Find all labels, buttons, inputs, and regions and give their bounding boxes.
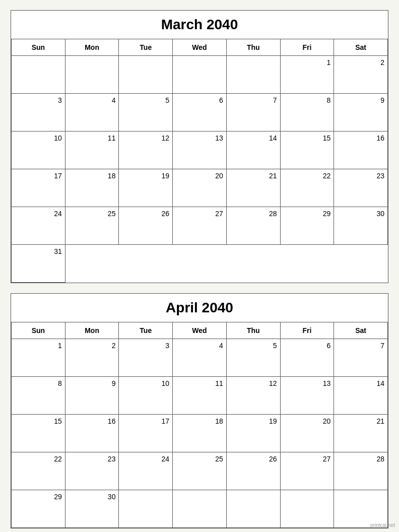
day-cell-2-2: 17: [119, 415, 173, 452]
day-cell-0-4: [227, 56, 281, 94]
day-cell-1-0: 4: [65, 94, 119, 131]
day-cell-4-2: [119, 490, 173, 528]
day-cell-3-6: 24: [12, 207, 65, 245]
day-cell-1-6: 10: [12, 131, 65, 169]
day-cell-0-7: 3: [12, 94, 65, 131]
day-cell-1-2: 10: [119, 377, 173, 415]
day-cell-3-4: 22: [281, 169, 335, 207]
day-cell-1-1: 5: [119, 94, 173, 131]
day-cell-1-6: 14: [334, 377, 388, 415]
day-cell-0-4: 5: [227, 339, 281, 377]
day-header-1: Mon: [65, 39, 119, 56]
day-cell-4-4: [227, 490, 281, 528]
day-header-2: Tue: [119, 39, 173, 56]
day-cell-2-0: 15: [12, 415, 65, 452]
day-cell-2-5: 20: [281, 415, 335, 452]
day-header-6: Sat: [334, 39, 388, 56]
day-header-0: Sun: [12, 39, 65, 56]
day-cell-4-5: [281, 490, 335, 528]
day-cell-1-5: 9: [334, 94, 388, 131]
day-cell-4-0: 29: [12, 490, 65, 528]
day-header-0: Sun: [12, 322, 65, 339]
day-cell-2-4: 19: [227, 415, 281, 452]
day-cell-3-1: 19: [119, 169, 173, 207]
day-cell-4-6: 31: [12, 245, 65, 283]
day-cell-4-3: 28: [227, 207, 281, 245]
day-header-3: Wed: [173, 322, 227, 339]
day-cell-2-1: 12: [119, 131, 173, 169]
day-cell-0-1: [65, 56, 119, 94]
day-cell-2-6: 21: [334, 415, 388, 452]
day-header-4: Thu: [227, 322, 281, 339]
watermark: printcal.net: [370, 522, 395, 528]
day-header-3: Wed: [173, 39, 227, 56]
day-cell-1-4: 8: [281, 94, 335, 131]
day-cell-0-2: 3: [119, 339, 173, 377]
day-cell-4-0: 25: [65, 207, 119, 245]
day-cell-2-1: 16: [65, 415, 119, 452]
day-cell-1-2: 6: [173, 94, 227, 131]
calendar-1: April 2040SunMonTueWedThuFriSat123456789…: [11, 293, 388, 528]
day-cell-4-5: 30: [334, 207, 388, 245]
day-cell-4-1: 26: [119, 207, 173, 245]
day-header-5: Fri: [281, 322, 335, 339]
day-header-5: Fri: [281, 39, 335, 56]
day-cell-0-0: 1: [12, 339, 65, 377]
day-cell-0-1: 2: [65, 339, 119, 377]
day-cell-3-1: 23: [65, 452, 119, 490]
day-header-2: Tue: [119, 322, 173, 339]
day-cell-0-5: 6: [281, 339, 335, 377]
day-cell-3-5: 27: [281, 452, 335, 490]
day-cell-2-6: 17: [12, 169, 65, 207]
day-header-6: Sat: [334, 322, 388, 339]
day-cell-3-3: 21: [227, 169, 281, 207]
day-cell-1-3: 11: [173, 377, 227, 415]
day-cell-3-4: 26: [227, 452, 281, 490]
day-cell-3-5: 23: [334, 169, 388, 207]
day-cell-3-2: 20: [173, 169, 227, 207]
day-cell-4-3: [173, 490, 227, 528]
day-cell-3-0: 22: [12, 452, 65, 490]
day-cell-2-0: 11: [65, 131, 119, 169]
day-cell-2-3: 18: [173, 415, 227, 452]
day-cell-3-3: 25: [173, 452, 227, 490]
calendar-title-1: April 2040: [11, 294, 388, 322]
day-cell-0-2: [119, 56, 173, 94]
day-cell-1-4: 12: [227, 377, 281, 415]
day-cell-1-5: 13: [281, 377, 335, 415]
day-header-4: Thu: [227, 39, 281, 56]
calendar-0: March 2040SunMonTueWedThuFriSat123456789…: [11, 10, 388, 283]
day-cell-4-4: 29: [281, 207, 335, 245]
day-cell-1-0: 8: [12, 377, 65, 415]
day-cell-4-1: 30: [65, 490, 119, 528]
day-cell-0-6: 7: [334, 339, 388, 377]
day-cell-3-6: 28: [334, 452, 388, 490]
day-cell-2-2: 13: [173, 131, 227, 169]
day-cell-2-3: 14: [227, 131, 281, 169]
day-cell-0-3: 4: [173, 339, 227, 377]
day-cell-0-6: 2: [334, 56, 388, 94]
day-cell-3-0: 18: [65, 169, 119, 207]
day-cell-4-2: 27: [173, 207, 227, 245]
day-cell-0-3: [173, 56, 227, 94]
day-header-1: Mon: [65, 322, 119, 339]
day-cell-0-0: [12, 56, 65, 94]
day-cell-1-3: 7: [227, 94, 281, 131]
day-cell-3-2: 24: [119, 452, 173, 490]
day-cell-2-4: 15: [281, 131, 335, 169]
day-cell-2-5: 16: [334, 131, 388, 169]
calendar-title-0: March 2040: [11, 11, 388, 39]
day-cell-1-1: 9: [65, 377, 119, 415]
day-cell-0-5: 1: [281, 56, 335, 94]
